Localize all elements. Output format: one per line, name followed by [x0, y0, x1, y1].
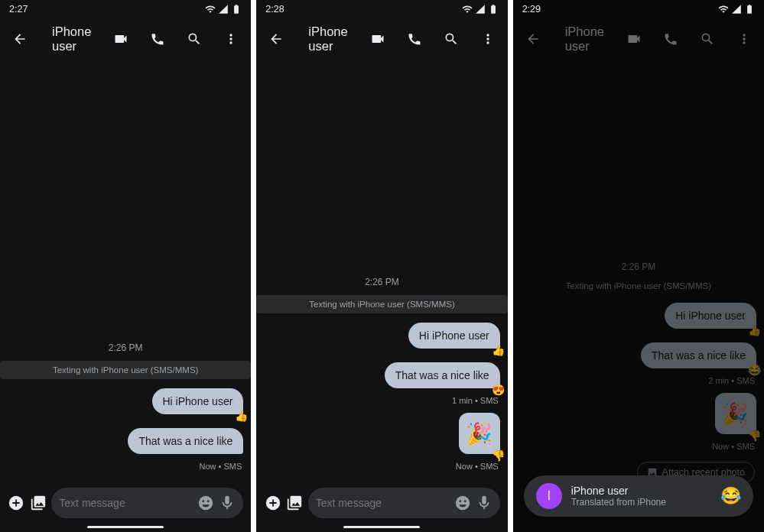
message-bubble[interactable]: That was a nice like — [128, 428, 243, 454]
message-input[interactable] — [59, 497, 193, 509]
message-bubble[interactable]: That was a nice like😍 — [385, 362, 500, 388]
contact-name[interactable]: iPhone user — [297, 24, 356, 54]
message-meta: 1 min • SMS — [265, 396, 498, 405]
reaction-emoji[interactable]: 👍 — [748, 324, 761, 336]
sms-banner: Texting with iPhone user (SMS/MMS) — [0, 361, 251, 379]
reaction-emoji[interactable]: 👎 — [492, 449, 505, 462]
message-row[interactable]: Hi iPhone user👍 — [8, 388, 243, 414]
reaction-emoji[interactable]: 😂 — [748, 364, 761, 376]
signal-icon — [475, 4, 486, 15]
wifi-icon — [205, 4, 216, 15]
popup-text: iPhone user Translated from iPhone — [571, 485, 711, 508]
more-button[interactable] — [473, 24, 503, 54]
signal-icon — [218, 4, 229, 15]
app-bar: iPhone user — [0, 18, 251, 60]
thread-time: 2:26 PM — [8, 342, 243, 353]
video-call-button[interactable] — [619, 24, 649, 54]
message-meta: Now • SMS — [265, 462, 498, 471]
reaction-popup[interactable]: I iPhone user Translated from iPhone 😂 — [524, 475, 753, 517]
battery-icon — [488, 4, 499, 15]
reaction-emoji[interactable]: 👍 — [492, 344, 505, 356]
wifi-icon — [462, 4, 473, 15]
search-button[interactable] — [692, 24, 723, 54]
contact-name[interactable]: iPhone user — [554, 24, 613, 54]
message-row[interactable]: That was a nice like — [8, 428, 243, 454]
emoji-button[interactable] — [454, 495, 471, 511]
video-call-button[interactable] — [362, 24, 393, 54]
back-button[interactable] — [261, 24, 291, 54]
message-input[interactable] — [316, 497, 450, 509]
chat-area[interactable]: 2:26 PM Texting with iPhone user (SMS/MM… — [256, 60, 507, 482]
screen-1: 2:27 iPhone user 2:26 PM Texting with iP… — [0, 0, 251, 532]
more-button[interactable] — [216, 24, 246, 54]
status-bar: 2:27 — [0, 0, 251, 18]
status-time: 2:28 — [265, 4, 284, 15]
message-bubble[interactable]: Hi iPhone user👍 — [665, 303, 756, 329]
reaction-emoji[interactable]: 👎 — [748, 430, 761, 442]
call-button[interactable] — [399, 24, 430, 54]
gallery-button[interactable] — [30, 489, 47, 517]
mic-button[interactable] — [476, 495, 493, 511]
back-button[interactable] — [5, 24, 35, 54]
battery-icon — [231, 4, 242, 15]
message-row[interactable]: That was a nice like😂 — [521, 342, 756, 368]
more-button[interactable] — [729, 24, 759, 54]
sms-banner: Texting with iPhone user (SMS/MMS) — [256, 295, 507, 313]
status-time: 2:27 — [9, 4, 28, 15]
status-icons — [205, 4, 242, 15]
message-row[interactable]: Hi iPhone user👍 — [521, 303, 756, 329]
back-button[interactable] — [518, 24, 548, 54]
message-meta: Now • SMS — [9, 462, 242, 471]
popup-subtitle: Translated from iPhone — [571, 497, 711, 508]
screen-3: 2:29 iPhone user 2:26 PM Texting with iP… — [513, 0, 764, 532]
message-input-container[interactable] — [51, 488, 243, 518]
reaction-emoji[interactable]: 😍 — [492, 384, 505, 396]
screen-2: 2:28 iPhone user 2:26 PM Texting with iP… — [256, 0, 507, 532]
message-row[interactable]: 🎉👎 — [264, 413, 499, 454]
image-bubble[interactable]: 🎉👎 — [459, 413, 500, 454]
gallery-button[interactable] — [286, 489, 304, 517]
chat-area[interactable]: 2:26 PM Texting with iPhone user (SMS/MM… — [513, 60, 764, 532]
video-call-button[interactable] — [106, 24, 136, 54]
mic-button[interactable] — [219, 495, 236, 511]
popup-emoji: 😂 — [720, 486, 741, 506]
app-bar: iPhone user — [513, 18, 764, 60]
message-bubble[interactable]: That was a nice like😂 — [641, 342, 756, 368]
status-icons — [462, 4, 499, 15]
thread-time: 2:26 PM — [264, 277, 499, 287]
status-bar: 2:29 — [513, 0, 764, 18]
message-meta: 2 min • SMS — [522, 376, 755, 385]
avatar: I — [536, 483, 562, 509]
message-row[interactable]: 🎉👎 — [521, 393, 756, 434]
composer — [0, 482, 251, 523]
message-bubble[interactable]: Hi iPhone user👍 — [408, 323, 500, 349]
thread-time: 2:26 PM — [521, 261, 756, 272]
message-row[interactable]: That was a nice like😍 — [264, 362, 499, 388]
status-time: 2:29 — [522, 4, 541, 15]
message-row[interactable]: Hi iPhone user👍 — [264, 323, 499, 349]
search-button[interactable] — [436, 24, 467, 54]
emoji-button[interactable] — [197, 495, 214, 511]
wifi-icon — [718, 4, 729, 15]
chat-area[interactable]: 2:26 PM Texting with iPhone user (SMS/MM… — [0, 60, 251, 482]
signal-icon — [731, 4, 742, 15]
nav-handle[interactable] — [256, 523, 507, 532]
add-button[interactable] — [8, 489, 25, 517]
sms-banner: Texting with iPhone user (SMS/MMS) — [521, 281, 756, 290]
app-bar: iPhone user — [256, 18, 507, 60]
contact-name[interactable]: iPhone user — [41, 24, 99, 54]
search-button[interactable] — [179, 24, 210, 54]
popup-name: iPhone user — [571, 485, 711, 497]
reaction-emoji[interactable]: 👍 — [235, 410, 248, 422]
call-button[interactable] — [655, 24, 686, 54]
composer — [256, 482, 507, 523]
message-meta: Now • SMS — [522, 442, 755, 451]
message-input-container[interactable] — [308, 488, 500, 518]
image-bubble[interactable]: 🎉👎 — [715, 393, 756, 434]
status-icons — [718, 4, 755, 15]
nav-handle[interactable] — [0, 523, 251, 532]
call-button[interactable] — [142, 24, 173, 54]
message-bubble[interactable]: Hi iPhone user👍 — [152, 388, 244, 414]
add-button[interactable] — [264, 489, 281, 517]
status-bar: 2:28 — [256, 0, 507, 18]
